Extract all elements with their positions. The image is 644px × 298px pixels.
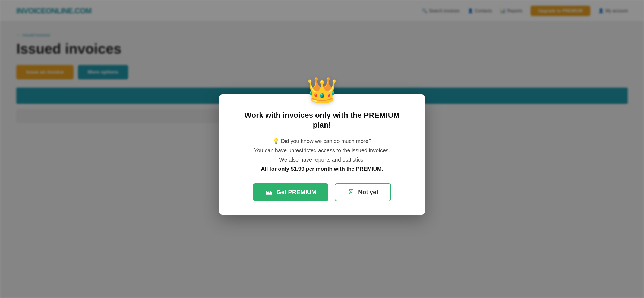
lightbulb-icon: 💡: [273, 138, 279, 144]
modal-body: 💡 Did you know we can do much more? You …: [235, 136, 409, 173]
not-yet-label: Not yet: [358, 189, 378, 196]
crown-button-icon: [265, 188, 273, 196]
modal-line4: All for only $1.99 per month with the PR…: [235, 164, 409, 173]
get-premium-button[interactable]: Get PREMIUM: [253, 183, 328, 201]
crown-icon: 👑: [307, 78, 337, 102]
modal-line2: You can have unrestricted access to the …: [235, 146, 409, 155]
modal-line1: 💡 Did you know we can do much more?: [235, 136, 409, 146]
modal-title: Work with invoices only with the PREMIUM…: [235, 110, 409, 130]
get-premium-label: Get PREMIUM: [276, 189, 316, 196]
not-yet-button[interactable]: Not yet: [335, 183, 391, 201]
modal-line3: We also have reports and statistics.: [235, 155, 409, 164]
modal-overlay: 👑 Work with invoices only with the PREMI…: [0, 0, 644, 298]
modal-actions: Get PREMIUM Not yet: [235, 183, 409, 201]
hourglass-icon: [347, 189, 354, 196]
premium-modal: 👑 Work with invoices only with the PREMI…: [219, 94, 425, 215]
